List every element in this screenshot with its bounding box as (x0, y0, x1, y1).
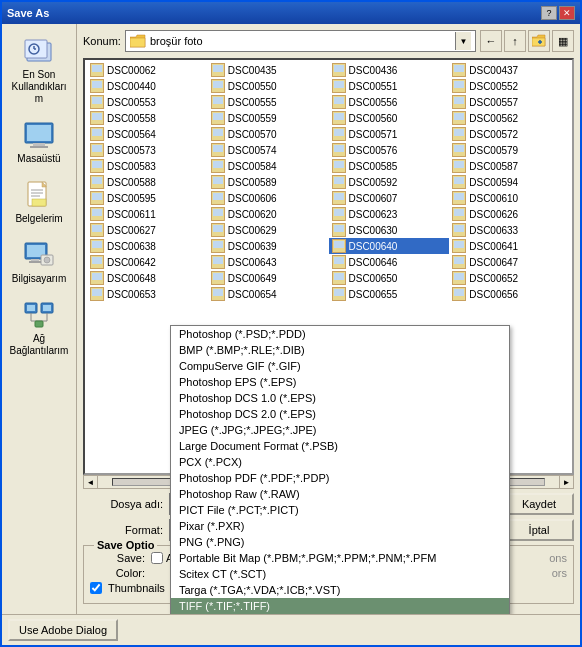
dropdown-item[interactable]: Photoshop (*.PSD;*.PDD) (171, 326, 509, 342)
file-item[interactable]: DSC00435 (208, 62, 329, 78)
location-combo-arrow[interactable]: ▼ (455, 32, 471, 50)
file-name: DSC00640 (349, 241, 398, 252)
file-item[interactable]: DSC00573 (87, 142, 208, 158)
dropdown-item[interactable]: Photoshop DCS 1.0 (*.EPS) (171, 390, 509, 406)
file-item[interactable]: DSC00558 (87, 110, 208, 126)
file-item[interactable]: DSC00562 (449, 110, 570, 126)
sidebar-item-network[interactable]: Ağ Bağlantılarım (5, 294, 73, 362)
file-item[interactable]: DSC00564 (87, 126, 208, 142)
file-item[interactable]: DSC00585 (329, 158, 450, 174)
file-item[interactable]: DSC00656 (449, 286, 570, 302)
title-bar: Save As ? ✕ (2, 2, 580, 24)
file-item[interactable]: DSC00436 (329, 62, 450, 78)
dropdown-item[interactable]: JPEG (*.JPG;*.JPEG;*.JPE) (171, 422, 509, 438)
use-adobe-dialog-button[interactable]: Use Adobe Dialog (8, 619, 118, 641)
file-item[interactable]: DSC00643 (208, 254, 329, 270)
file-item[interactable]: DSC00639 (208, 238, 329, 254)
dropdown-item[interactable]: Photoshop DCS 2.0 (*.EPS) (171, 406, 509, 422)
dropdown-item[interactable]: TIFF (*.TIF;*.TIFF) (171, 598, 509, 614)
file-item[interactable]: DSC00642 (87, 254, 208, 270)
file-item[interactable]: DSC00559 (208, 110, 329, 126)
dropdown-item[interactable]: Scitex CT (*.SCT) (171, 566, 509, 582)
file-item[interactable]: DSC00653 (87, 286, 208, 302)
file-item[interactable]: DSC00606 (208, 190, 329, 206)
file-item[interactable]: DSC00646 (329, 254, 450, 270)
file-item[interactable]: DSC00633 (449, 222, 570, 238)
file-item[interactable]: DSC00623 (329, 206, 450, 222)
thumbnail-checkbox[interactable] (90, 582, 102, 594)
file-item[interactable]: DSC00571 (329, 126, 450, 142)
file-item[interactable]: DSC00611 (87, 206, 208, 222)
dropdown-item[interactable]: Targa (*.TGA;*.VDA;*.ICB;*.VST) (171, 582, 509, 598)
file-item[interactable]: DSC00440 (87, 78, 208, 94)
file-item[interactable]: DSC00629 (208, 222, 329, 238)
file-item[interactable]: DSC00627 (87, 222, 208, 238)
file-item[interactable]: DSC00062 (87, 62, 208, 78)
file-item[interactable]: DSC00640 (329, 238, 450, 254)
file-item[interactable]: DSC00588 (87, 174, 208, 190)
file-item[interactable]: DSC00610 (449, 190, 570, 206)
file-item[interactable]: DSC00648 (87, 270, 208, 286)
dropdown-item[interactable]: PNG (*.PNG) (171, 534, 509, 550)
file-item[interactable]: DSC00638 (87, 238, 208, 254)
file-item[interactable]: DSC00553 (87, 94, 208, 110)
file-item[interactable]: DSC00574 (208, 142, 329, 158)
sidebar-item-desktop[interactable]: Masaüstü (5, 114, 73, 170)
file-item[interactable]: DSC00626 (449, 206, 570, 222)
file-item[interactable]: DSC00584 (208, 158, 329, 174)
location-combo[interactable]: broşür foto ▼ (125, 30, 476, 52)
file-item[interactable]: DSC00595 (87, 190, 208, 206)
file-item[interactable]: DSC00550 (208, 78, 329, 94)
file-item[interactable]: DSC00583 (87, 158, 208, 174)
file-item[interactable]: DSC00594 (449, 174, 570, 190)
file-item[interactable]: DSC00654 (208, 286, 329, 302)
dropdown-item[interactable]: BMP (*.BMP;*.RLE;*.DIB) (171, 342, 509, 358)
file-item[interactable]: DSC00579 (449, 142, 570, 158)
file-item[interactable]: DSC00589 (208, 174, 329, 190)
dropdown-item[interactable]: Portable Bit Map (*.PBM;*.PGM;*.PPM;*.PN… (171, 550, 509, 566)
file-item[interactable]: DSC00560 (329, 110, 450, 126)
file-item[interactable]: DSC00652 (449, 270, 570, 286)
up-button[interactable]: ↑ (504, 30, 526, 52)
back-button[interactable]: ← (480, 30, 502, 52)
sidebar-item-documents[interactable]: Belgelerim (5, 174, 73, 230)
sidebar-item-computer[interactable]: Bilgisayarım (5, 234, 73, 290)
file-item[interactable]: DSC00572 (449, 126, 570, 142)
file-item[interactable]: DSC00570 (208, 126, 329, 142)
new-folder-button[interactable] (528, 30, 550, 52)
cancel-button[interactable]: İptal (504, 519, 574, 541)
sidebar-item-recent[interactable]: En Son Kullandıklarım (5, 30, 73, 110)
file-item[interactable]: DSC00551 (329, 78, 450, 94)
file-item[interactable]: DSC00552 (449, 78, 570, 94)
dropdown-item[interactable]: Pixar (*.PXR) (171, 518, 509, 534)
dropdown-item[interactable]: Photoshop EPS (*.EPS) (171, 374, 509, 390)
file-item[interactable]: DSC00555 (208, 94, 329, 110)
scroll-left-btn[interactable]: ◄ (84, 476, 98, 488)
dropdown-item[interactable]: Large Document Format (*.PSB) (171, 438, 509, 454)
dropdown-item[interactable]: Photoshop PDF (*.PDF;*.PDP) (171, 470, 509, 486)
file-item[interactable]: DSC00587 (449, 158, 570, 174)
dropdown-item[interactable]: PICT File (*.PCT;*.PICT) (171, 502, 509, 518)
file-item[interactable]: DSC00592 (329, 174, 450, 190)
file-item[interactable]: DSC00650 (329, 270, 450, 286)
file-item[interactable]: DSC00647 (449, 254, 570, 270)
help-button[interactable]: ? (541, 6, 557, 20)
scroll-right-btn[interactable]: ► (559, 476, 573, 488)
file-item[interactable]: DSC00607 (329, 190, 450, 206)
file-item[interactable]: DSC00641 (449, 238, 570, 254)
close-button[interactable]: ✕ (559, 6, 575, 20)
file-item[interactable]: DSC00556 (329, 94, 450, 110)
dropdown-item[interactable]: CompuServe GIF (*.GIF) (171, 358, 509, 374)
dropdown-item[interactable]: Photoshop Raw (*.RAW) (171, 486, 509, 502)
file-item[interactable]: DSC00630 (329, 222, 450, 238)
file-item[interactable]: DSC00576 (329, 142, 450, 158)
file-item[interactable]: DSC00437 (449, 62, 570, 78)
file-item[interactable]: DSC00655 (329, 286, 450, 302)
dropdown-item[interactable]: PCX (*.PCX) (171, 454, 509, 470)
view-button[interactable]: ▦ (552, 30, 574, 52)
file-item[interactable]: DSC00620 (208, 206, 329, 222)
file-item[interactable]: DSC00557 (449, 94, 570, 110)
save-button[interactable]: Kaydet (504, 493, 574, 515)
file-item[interactable]: DSC00649 (208, 270, 329, 286)
as-copy-checkbox[interactable] (151, 552, 163, 564)
